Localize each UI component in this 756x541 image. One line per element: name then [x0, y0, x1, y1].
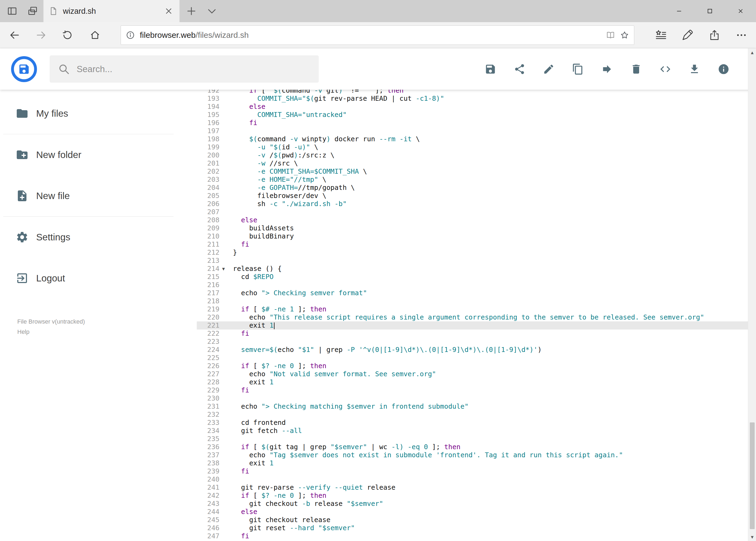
code-line[interactable]: 235 — [197, 435, 748, 443]
scroll-thumb[interactable] — [750, 422, 755, 529]
back-button[interactable] — [9, 30, 20, 41]
code-line[interactable]: 247 fi — [197, 532, 748, 540]
code-line[interactable]: 202 -e COMMIT_SHA=$COMMIT_SHA \ — [197, 168, 748, 176]
code-line[interactable]: 233 cd frontend — [197, 419, 748, 427]
code-line[interactable]: 217 echo "> Checking semver format" — [197, 289, 748, 297]
search-bar[interactable] — [50, 55, 319, 83]
code-line[interactable]: 207 — [197, 208, 748, 216]
code-line[interactable]: 241 git rev-parse --verify --quiet relea… — [197, 483, 748, 492]
refresh-button[interactable] — [62, 30, 73, 41]
move-icon[interactable] — [601, 63, 613, 75]
code-line[interactable]: 210 buildBinary — [197, 232, 748, 241]
code-line[interactable]: 230 — [197, 394, 748, 402]
sidebar-item-settings[interactable]: Settings — [0, 217, 197, 258]
code-line[interactable]: 225 — [197, 354, 748, 362]
info-icon[interactable] — [718, 63, 730, 75]
copy-icon[interactable] — [572, 63, 584, 75]
forward-button[interactable] — [36, 30, 46, 41]
code-line[interactable]: 234 git fetch --all — [197, 427, 748, 435]
code-line[interactable]: 237 echo "Tag $semver does not exist in … — [197, 451, 748, 459]
code-line[interactable]: 205 filebrowser/dev \ — [197, 192, 748, 200]
sidebar-item-new-file[interactable]: New file — [0, 175, 197, 216]
share-icon[interactable] — [708, 29, 720, 41]
new-tab-button[interactable] — [186, 5, 197, 17]
tab-close-icon[interactable] — [163, 6, 174, 16]
code-line[interactable]: 206 sh -c "./wizard.sh -b" — [197, 200, 748, 208]
code-line[interactable]: 192 if [ "$(command -v git)" != "" ]; th… — [197, 90, 748, 95]
code-line[interactable]: 215 cd $REPO — [197, 273, 748, 281]
favorite-star-icon[interactable] — [620, 31, 629, 40]
code-line[interactable]: 223 — [197, 337, 748, 346]
code-line[interactable]: 196 fi — [197, 119, 748, 127]
page-scrollbar[interactable]: ▲ ▼ — [748, 48, 756, 541]
tabs-preview-icon[interactable] — [28, 6, 38, 16]
code-line[interactable]: 213 — [197, 257, 748, 265]
sidebar-item-new-folder[interactable]: New folder — [0, 134, 197, 175]
code-line[interactable]: 198 $(command -v winpty) docker run --rm… — [197, 135, 748, 143]
browser-tab[interactable]: wizard.sh — [44, 0, 179, 22]
share-icon[interactable] — [514, 63, 526, 75]
reading-view-icon[interactable] — [606, 31, 615, 40]
more-icon[interactable] — [735, 29, 747, 41]
code-line[interactable]: 236 if [ $(git tag | grep "$semver" | wc… — [197, 443, 748, 451]
code-line[interactable]: 208 else — [197, 216, 748, 224]
code-line[interactable]: 238 exit 1 — [197, 459, 748, 467]
site-info-icon[interactable] — [126, 31, 135, 40]
code-line[interactable]: 222 fi — [197, 329, 748, 337]
code-line[interactable]: 242 if [ $? -ne 0 ]; then — [197, 492, 748, 500]
tab-list-chevron-icon[interactable] — [206, 5, 217, 17]
minimize-button[interactable] — [664, 0, 694, 22]
sidebar-item-logout[interactable]: Logout — [0, 258, 197, 299]
code-line[interactable]: 201 -w //src \ — [197, 159, 748, 168]
scroll-down-button[interactable]: ▼ — [748, 533, 756, 541]
code-line[interactable]: 211 fi — [197, 241, 748, 249]
code-line[interactable]: 229 fi — [197, 386, 748, 394]
sidebar-item-my-files[interactable]: My files — [0, 93, 197, 134]
code-line[interactable]: 199 -u "$(id -u)" \ — [197, 143, 748, 151]
address-bar[interactable]: filebrowser.web/files/wizard.sh — [121, 25, 634, 45]
code-line[interactable]: 209 buildAssets — [197, 224, 748, 232]
code-line[interactable]: 197 — [197, 127, 748, 135]
filebrowser-logo[interactable] — [11, 56, 38, 83]
delete-icon[interactable] — [630, 63, 642, 75]
search-input[interactable] — [77, 64, 310, 74]
download-icon[interactable] — [688, 63, 700, 75]
code-line[interactable]: 240 — [197, 475, 748, 483]
home-button[interactable] — [90, 30, 101, 41]
hub-favorites-icon[interactable] — [655, 29, 667, 41]
close-button[interactable] — [725, 0, 756, 22]
code-line[interactable]: 244 else — [197, 508, 748, 516]
code-line[interactable]: 228 exit 1 — [197, 378, 748, 386]
code-line[interactable]: 203 -e HOME="//tmp" \ — [197, 176, 748, 184]
save-icon[interactable] — [484, 63, 496, 75]
code-line[interactable]: 232 — [197, 410, 748, 419]
web-note-icon[interactable] — [681, 29, 693, 41]
code-line[interactable]: 220 echo "This release script requires a… — [197, 313, 748, 321]
code-line[interactable]: 216 — [197, 281, 748, 289]
code-line[interactable]: 227 echo "Not valid semver format. See s… — [197, 370, 748, 378]
code-line[interactable]: 195 COMMIT_SHA="untracked" — [197, 111, 748, 119]
code-line[interactable]: 243 git checkout -b release "$semver" — [197, 500, 748, 508]
rename-icon[interactable] — [543, 63, 555, 75]
code-line[interactable]: 224 semver=$(echo "$1" | grep -P '^v(0|[… — [197, 346, 748, 354]
code-icon[interactable] — [659, 63, 671, 75]
code-line[interactable]: 218 — [197, 297, 748, 305]
code-line[interactable]: 219 if [ $# -ne 1 ]; then — [197, 305, 748, 313]
code-line[interactable]: 193 COMMIT_SHA="$(git rev-parse HEAD | c… — [197, 95, 748, 103]
code-line[interactable]: 194 else — [197, 103, 748, 111]
scroll-up-button[interactable]: ▲ — [748, 48, 756, 56]
code-line[interactable]: 246 git reset --hard "$semver" — [197, 524, 748, 532]
code-line[interactable]: 214▾release () { — [197, 265, 748, 273]
code-line[interactable]: 200 -v /$(pwd):/src:z \ — [197, 151, 748, 159]
code-line[interactable]: 245 git checkout release — [197, 516, 748, 524]
code-line[interactable]: 226 if [ $? -ne 0 ]; then — [197, 362, 748, 370]
set-tabs-aside-icon[interactable] — [7, 6, 17, 16]
help-link[interactable]: Help — [17, 328, 29, 335]
fold-marker-icon[interactable]: ▾ — [219, 265, 233, 273]
code-line[interactable]: 212} — [197, 249, 748, 257]
code-line[interactable]: 221 exit 1 — [197, 321, 748, 329]
code-line[interactable]: 231 echo "> Checking matching $semver in… — [197, 402, 748, 410]
code-editor[interactable]: 192 if [ "$(command -v git)" != "" ]; th… — [197, 90, 748, 541]
maximize-button[interactable] — [694, 0, 725, 22]
code-line[interactable]: 239 fi — [197, 467, 748, 475]
